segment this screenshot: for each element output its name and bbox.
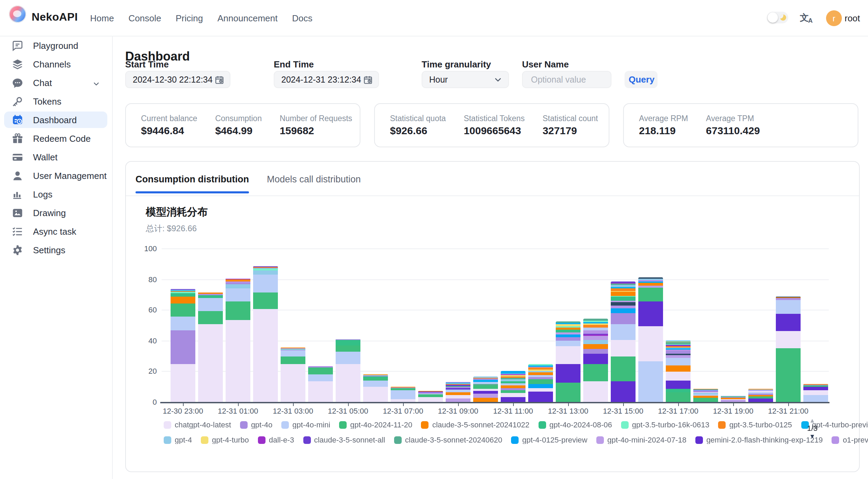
start-time-input[interactable]: 2024-12-30 22:12:34 <box>125 71 230 88</box>
chart-bar-12-31-01-00[interactable] <box>226 278 250 402</box>
gear-icon <box>12 244 23 256</box>
chart-bar-12-31-10-00[interactable] <box>473 376 498 402</box>
tab-models-call-distribution[interactable]: Models call distribution <box>267 174 361 193</box>
chart-bar-12-31-09-00[interactable] <box>446 382 470 402</box>
legend-item-gpt-4o-2024-11-20[interactable]: gpt-4o-2024-11-20 <box>339 421 412 429</box>
granularity-select[interactable]: Hour <box>422 71 509 88</box>
sidebar-item-user-management[interactable]: User Management <box>4 167 107 184</box>
legend-swatch <box>164 421 171 428</box>
chart-bar-12-31-12-00[interactable] <box>528 364 553 402</box>
user-name-label: User Name <box>522 59 569 70</box>
chart-bar-12-31-22-00[interactable] <box>803 384 828 402</box>
sidebar-item-channels[interactable]: Channels <box>4 56 107 72</box>
bar-segment-gpt-4o-2024-11-20 <box>528 380 553 384</box>
legend-item-claude-3-5-sonnet-20241022[interactable]: claude-3-5-sonnet-20241022 <box>421 421 530 429</box>
chart-bar-12-31-07-00[interactable] <box>391 387 415 402</box>
chart-bar-12-30-23-00[interactable] <box>171 289 195 402</box>
legend-item-o1-preview[interactable]: o1-preview <box>832 436 868 444</box>
sidebar-item-async-task[interactable]: Async task <box>4 223 107 240</box>
sidebar-item-label: Async task <box>33 226 76 236</box>
bar-segment-gpt-4o-mini <box>556 340 581 346</box>
chart-bar-12-31-19-00[interactable] <box>721 395 746 402</box>
user-name-field <box>522 71 611 88</box>
nav-link-home[interactable]: Home <box>90 13 114 23</box>
chart-bar-12-31-11-00[interactable] <box>501 371 525 402</box>
bar-segment-gpt-4o-2024-08-06 <box>666 388 691 392</box>
sidebar-item-logs[interactable]: Logs <box>4 186 107 202</box>
user-name-input[interactable] <box>530 74 601 85</box>
legend-page-up-icon[interactable]: ▲ <box>809 417 815 424</box>
legend-item-gpt-4[interactable]: gpt-4 <box>164 436 192 444</box>
bar-segment-claude-3-5-sonnet-20241022 <box>638 283 663 286</box>
legend-item-gpt-4o[interactable]: gpt-4o <box>240 421 272 429</box>
legend-page-down-icon[interactable]: ▼ <box>809 433 815 440</box>
sidebar-item-settings[interactable]: Settings <box>4 242 107 258</box>
bar-segment-chatgpt-4o-latest <box>446 395 470 398</box>
bar-segment-gemini-2.0-flash-thinking-exp-1219 <box>528 392 553 402</box>
legend-swatch <box>695 436 703 444</box>
chart-bar-12-31-15-00[interactable] <box>611 281 636 402</box>
theme-toggle[interactable] <box>767 12 788 23</box>
stat-current-balance: Current balance$9446.84 <box>141 114 197 136</box>
chart-bar-12-31-08-00[interactable] <box>418 391 443 402</box>
sidebar-item-drawing[interactable]: Drawing <box>4 204 107 221</box>
brand-logo-icon[interactable] <box>9 6 26 23</box>
end-time-input[interactable]: 2024-12-31 23:12:34 <box>274 71 379 88</box>
chart-bar-12-31-00-00[interactable] <box>198 292 223 402</box>
bar-segment-gemini-2.0-flash-thinking-exp-1219 <box>473 391 498 394</box>
sidebar-item-dashboard[interactable]: Dashboard <box>4 111 107 128</box>
chart-bar-12-31-13-00[interactable] <box>556 321 581 402</box>
nav-link-announcement[interactable]: Announcement <box>217 13 278 23</box>
bar-segment-gpt-4o-2024-11-20 <box>198 311 223 324</box>
sidebar-item-wallet[interactable]: Wallet <box>4 149 107 165</box>
legend-item-claude-3-5-sonnet-all[interactable]: claude-3-5-sonnet-all <box>303 436 385 444</box>
sidebar-item-redeem-code[interactable]: Redeem Code <box>4 130 107 147</box>
legend-item-gpt-4o-mini[interactable]: gpt-4o-mini <box>281 421 330 429</box>
nav-link-docs[interactable]: Docs <box>292 13 312 23</box>
legend-item-gpt-4-0125-preview[interactable]: gpt-4-0125-preview <box>511 436 587 444</box>
chart-bar-12-31-16-00[interactable] <box>638 277 663 402</box>
legend-item-gpt-4o-2024-08-06[interactable]: gpt-4o-2024-08-06 <box>539 421 612 429</box>
legend-item-gpt-4-turbo[interactable]: gpt-4-turbo <box>201 436 249 444</box>
nav-link-pricing[interactable]: Pricing <box>176 13 203 23</box>
bar-segment-gpt-4o-mini-2024-07-18 <box>446 398 470 402</box>
chart-bar-12-31-18-00[interactable] <box>693 389 718 402</box>
query-button[interactable]: Query <box>625 71 658 88</box>
bar-segment-claude-3-5-sonnet-20241022 <box>473 398 498 402</box>
chart-bar-12-31-05-00[interactable] <box>336 339 360 402</box>
user-name[interactable]: root <box>845 13 860 23</box>
bar-segment-gpt-4o-mini <box>776 300 801 314</box>
chart-bar-12-31-02-00[interactable] <box>253 266 278 402</box>
legend-label: gpt-4o-2024-11-20 <box>350 421 412 429</box>
bar-segment-chatgpt-4o-latest <box>308 381 333 402</box>
bar-segment-gpt-4o-mini <box>198 298 223 311</box>
translate-icon[interactable]: 文A <box>800 12 813 24</box>
stat-label: Current balance <box>141 114 197 123</box>
chart-bar-12-31-03-00[interactable] <box>281 348 305 402</box>
legend-item-dall-e-3[interactable]: dall-e-3 <box>258 436 294 444</box>
chart-bar-12-31-04-00[interactable] <box>308 366 333 402</box>
legend-swatch <box>258 436 265 444</box>
sidebar-item-chat[interactable]: Chat <box>4 74 107 91</box>
bar-segment-gemini-2.0-flash-thinking-exp-1219 <box>776 314 801 331</box>
nav-link-console[interactable]: Console <box>128 13 161 23</box>
bar-segment-gpt-4o-mini <box>171 317 195 331</box>
chart-bar-12-31-06-00[interactable] <box>363 374 388 402</box>
avatar[interactable]: r <box>826 10 842 26</box>
legend-item-chatgpt-4o-latest[interactable]: chatgpt-4o-latest <box>164 421 231 429</box>
sidebar-item-tokens[interactable]: Tokens <box>4 93 107 109</box>
chart-bar-12-31-17-00[interactable] <box>666 341 691 402</box>
brand-name[interactable]: NekoAPI <box>32 11 78 23</box>
chart-bar-12-31-20-00[interactable] <box>748 388 773 402</box>
legend-item-gpt-4o-mini-2024-07-18[interactable]: gpt-4o-mini-2024-07-18 <box>596 436 686 444</box>
chart-bar-12-31-14-00[interactable] <box>583 318 608 402</box>
tab-consumption-distribution[interactable]: Consumption distribution <box>135 174 249 193</box>
legend-label: gpt-3.5-turbo-16k-0613 <box>632 421 709 429</box>
legend-item-gpt-3.5-turbo-0125[interactable]: gpt-3.5-turbo-0125 <box>718 421 792 429</box>
legend-item-claude-3-5-sonnet-20240620[interactable]: claude-3-5-sonnet-20240620 <box>394 436 502 444</box>
stat-label: Statistical count <box>543 114 598 123</box>
legend-pagination: ▲ 1/3 ▼ <box>803 417 821 440</box>
legend-item-gpt-3.5-turbo-16k-0613[interactable]: gpt-3.5-turbo-16k-0613 <box>621 421 709 429</box>
sidebar-item-playground[interactable]: Playground <box>4 37 107 54</box>
chart-bar-12-31-21-00[interactable] <box>776 296 801 402</box>
